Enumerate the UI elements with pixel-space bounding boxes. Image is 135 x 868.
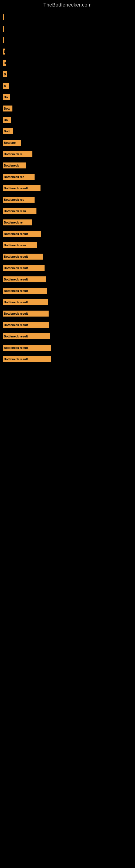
- site-title: TheBottlenecker.com: [0, 0, 135, 9]
- bar-gap: [3, 226, 132, 231]
- bar-row: Bottleneck result: [3, 231, 132, 237]
- bar-label: Bottleneck re: [4, 221, 23, 224]
- bar-row: Bottleneck re: [3, 151, 132, 157]
- bar: Bottlene: [3, 140, 21, 146]
- bar-label: Bottleneck res: [4, 175, 24, 179]
- bar-label: B: [4, 73, 6, 76]
- bar-gap: [3, 192, 132, 197]
- bar-gap: [3, 306, 132, 311]
- bar-gap: [3, 32, 132, 37]
- bar: Bottleneck result: [3, 322, 49, 328]
- bar-label: Bottleneck result: [4, 323, 28, 327]
- bar-row: Bottleneck re: [3, 219, 132, 225]
- bar-row: Bottleneck resu: [3, 242, 132, 248]
- bar: B: [3, 71, 7, 77]
- bar: Bottleneck res: [3, 197, 35, 203]
- bar-label: Bottleneck resu: [4, 209, 26, 213]
- bar: Bo: [3, 117, 11, 123]
- bar: B: [3, 49, 5, 55]
- bar: Bo: [3, 94, 10, 100]
- bar-gap: [3, 272, 132, 276]
- bar: [3, 14, 4, 20]
- bar-row: Bottleneck result: [3, 254, 132, 259]
- bar: Bottleneck result: [3, 185, 41, 191]
- bar-label: Bottleneck result: [4, 301, 28, 304]
- bar-gap: [3, 55, 132, 60]
- bar: Bottleneck re: [3, 219, 32, 225]
- bar-gap: [3, 146, 132, 151]
- bar-row: Bottleneck result: [3, 356, 132, 362]
- bar: Bottleneck resu: [3, 242, 37, 248]
- bar-row: Bottleneck result: [3, 333, 132, 339]
- bar: Bottleneck res: [3, 174, 35, 180]
- bar-label: Bottleneck result: [4, 187, 28, 190]
- bar: Bott: [3, 105, 12, 112]
- bar-label: Bottleneck res: [4, 198, 24, 201]
- bar-row: Bottleneck result: [3, 345, 132, 351]
- bar-gap: [3, 169, 132, 174]
- bar: Bottleneck result: [3, 356, 51, 362]
- bar-row: Bott: [3, 105, 132, 112]
- bar-gap: [3, 66, 132, 71]
- bar-gap: [3, 351, 132, 356]
- bar: B: [3, 26, 4, 32]
- bar-row: Bottleneck result: [3, 276, 132, 282]
- bar-row: Bo: [3, 117, 132, 123]
- bars-container: BBBBBBBoBottBoBottBottleneBottleneck reB…: [0, 9, 135, 365]
- bar-row: Bottleneck result: [3, 311, 132, 316]
- bar-gap: [3, 89, 132, 94]
- bar-row: Bottleneck resu: [3, 208, 132, 214]
- bar-gap: [3, 123, 132, 128]
- bar-row: B: [3, 83, 132, 89]
- bar-row: Bottleneck result: [3, 265, 132, 271]
- bar-label: Bottleneck result: [4, 335, 28, 338]
- bar-label: Bottleneck re: [4, 152, 23, 156]
- bar-gap: [3, 260, 132, 265]
- bar: B: [3, 37, 4, 43]
- bar-row: [3, 14, 132, 20]
- bar-gap: [3, 294, 132, 299]
- bar: Bottleneck result: [3, 254, 43, 259]
- bar-row: Bottleneck res: [3, 174, 132, 180]
- bar: Bottleneck result: [3, 265, 45, 271]
- bar-row: B: [3, 71, 132, 77]
- bar-gap: [3, 44, 132, 49]
- bar-row: B: [3, 60, 132, 66]
- bar-row: Bottleneck: [3, 162, 132, 168]
- bar-label: Bottlene: [4, 141, 16, 144]
- bar-label: Bottleneck: [4, 164, 19, 167]
- bar: B: [3, 83, 9, 89]
- bar-gap: [3, 101, 132, 105]
- bar-label: Bottleneck result: [4, 358, 28, 361]
- bar: B: [3, 60, 6, 66]
- bar-gap: [3, 237, 132, 242]
- bar-label: Bo: [4, 95, 8, 99]
- bar-label: Bottleneck result: [4, 346, 28, 349]
- bar: Bottleneck result: [3, 333, 50, 339]
- bar-label: B: [4, 61, 6, 65]
- bar-gap: [3, 21, 132, 26]
- bar-gap: [3, 135, 132, 140]
- bar: Bottleneck re: [3, 151, 32, 157]
- bar-label: Bottleneck result: [4, 289, 28, 292]
- bar-row: Bottleneck res: [3, 197, 132, 203]
- bar: Bottleneck result: [3, 311, 49, 316]
- bar-row: B: [3, 37, 132, 43]
- bar: Bottleneck: [3, 162, 26, 168]
- bar-label: Bott: [4, 130, 10, 133]
- bar: Bottleneck resu: [3, 208, 37, 214]
- bar-label: B: [4, 50, 5, 53]
- bar: Bottleneck result: [3, 276, 46, 282]
- bar-label: Bottleneck result: [4, 312, 28, 315]
- bar-gap: [3, 317, 132, 322]
- bar-gap: [3, 158, 132, 162]
- bar-gap: [3, 329, 132, 333]
- bar-row: Bottleneck result: [3, 288, 132, 294]
- bar-row: Bottleneck result: [3, 322, 132, 328]
- bar-gap: [3, 249, 132, 254]
- bar: Bottleneck result: [3, 231, 41, 237]
- bar-label: Bo: [4, 118, 8, 122]
- bar: Bottleneck result: [3, 288, 47, 294]
- bar-label: B: [4, 38, 4, 42]
- bar-row: Bo: [3, 94, 132, 100]
